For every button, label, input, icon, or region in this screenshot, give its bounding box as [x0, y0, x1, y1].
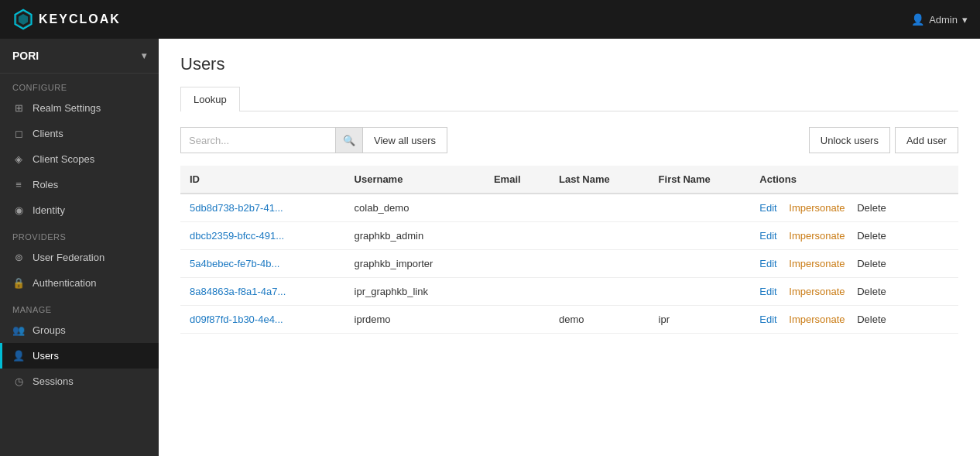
sidebar-item-users[interactable]: 👤 Users	[0, 343, 159, 369]
sidebar-item-realm-settings[interactable]: ⊞ Realm Settings	[0, 95, 159, 121]
col-first-name: First Name	[649, 166, 751, 194]
sidebar-item-user-federation[interactable]: ⊚ User Federation	[0, 245, 159, 270]
groups-icon: 👥	[12, 324, 25, 336]
action-edit-button[interactable]: Edit	[759, 314, 776, 325]
cell-username: iprdemo	[345, 306, 485, 334]
keycloak-logo-icon	[12, 9, 34, 30]
sidebar-label-authentication: Authentication	[33, 277, 96, 289]
tabs-bar: Lookup	[180, 87, 958, 111]
sidebar: PORI ▾ Configure ⊞ Realm Settings ◻ Clie…	[0, 39, 159, 456]
cell-id: 5a4bebec-fe7b-4b...	[180, 250, 345, 278]
sidebar-label-roles: Roles	[33, 179, 58, 190]
col-actions: Actions	[750, 166, 958, 194]
cell-actions: Edit Impersonate Delete	[750, 306, 958, 334]
cell-first-name	[649, 222, 751, 250]
svg-marker-1	[19, 14, 28, 25]
roles-icon: ≡	[12, 179, 25, 190]
table-row: 5a4bebec-fe7b-4b... graphkb_importer Edi…	[180, 250, 958, 278]
cell-id: 8a84863a-f8a1-4a7...	[180, 278, 345, 306]
sidebar-item-groups[interactable]: 👥 Groups	[0, 317, 159, 343]
realm-name: PORI	[12, 50, 39, 62]
cell-first-name: ipr	[649, 306, 751, 334]
action-impersonate-button[interactable]: Impersonate	[789, 314, 845, 325]
cell-username: ipr_graphkb_link	[345, 278, 485, 306]
navbar-brand: KEYCLOAK	[12, 9, 121, 30]
sidebar-item-identity[interactable]: ◉ Identity	[0, 197, 159, 223]
cell-email	[485, 194, 550, 222]
unlock-users-button[interactable]: Unlock users	[809, 127, 890, 153]
cell-actions: Edit Impersonate Delete	[750, 222, 958, 250]
col-id: ID	[180, 166, 345, 194]
cell-username: graphkb_importer	[345, 250, 485, 278]
cell-actions: Edit Impersonate Delete	[750, 250, 958, 278]
cell-email	[485, 306, 550, 334]
col-last-name: Last Name	[550, 166, 649, 194]
clients-icon: ◻	[12, 128, 25, 139]
action-edit-button[interactable]: Edit	[759, 286, 776, 297]
action-delete-button[interactable]: Delete	[857, 202, 886, 214]
sidebar-label-identity: Identity	[33, 204, 65, 216]
cell-id: dbcb2359-bfcc-491...	[180, 222, 345, 250]
action-edit-button[interactable]: Edit	[759, 230, 776, 242]
realm-settings-icon: ⊞	[12, 102, 25, 114]
sidebar-label-groups: Groups	[33, 324, 66, 336]
sidebar-label-realm-settings: Realm Settings	[33, 102, 101, 114]
tab-lookup[interactable]: Lookup	[180, 87, 240, 111]
cell-last-name: demo	[550, 306, 649, 334]
cell-last-name	[550, 250, 649, 278]
table-row: dbcb2359-bfcc-491... graphkb_admin Edit …	[180, 222, 958, 250]
user-id-link[interactable]: 5a4bebec-fe7b-4b...	[190, 258, 279, 269]
action-impersonate-button[interactable]: Impersonate	[789, 286, 845, 297]
providers-section-label: Providers	[0, 223, 159, 245]
action-delete-button[interactable]: Delete	[857, 286, 886, 297]
action-delete-button[interactable]: Delete	[857, 258, 886, 269]
sidebar-label-user-federation: User Federation	[33, 252, 105, 263]
cell-first-name	[649, 194, 751, 222]
action-delete-button[interactable]: Delete	[857, 230, 886, 242]
action-delete-button[interactable]: Delete	[857, 314, 886, 325]
user-federation-icon: ⊚	[12, 252, 25, 263]
manage-section-label: Manage	[0, 296, 159, 317]
user-icon: 👤	[911, 13, 924, 26]
search-button[interactable]: 🔍	[335, 127, 363, 153]
main-content: Users Lookup 🔍 View all users Unlock use…	[159, 39, 980, 456]
sidebar-item-roles[interactable]: ≡ Roles	[0, 172, 159, 197]
app-body: PORI ▾ Configure ⊞ Realm Settings ◻ Clie…	[0, 39, 980, 456]
sessions-icon: ◷	[12, 375, 25, 387]
cell-username: colab_demo	[345, 194, 485, 222]
navbar: KEYCLOAK 👤 Admin ▾	[0, 0, 980, 39]
user-id-link[interactable]: 8a84863a-f8a1-4a7...	[190, 286, 286, 297]
action-impersonate-button[interactable]: Impersonate	[789, 258, 845, 269]
page-title: Users	[180, 54, 958, 74]
sidebar-label-users: Users	[33, 350, 59, 362]
user-id-link[interactable]: dbcb2359-bfcc-491...	[190, 230, 284, 242]
keycloak-logo: KEYCLOAK	[12, 9, 121, 30]
add-user-button[interactable]: Add user	[895, 127, 958, 153]
configure-section-label: Configure	[0, 74, 159, 95]
table-row: d09f87fd-1b30-4e4... iprdemo demo ipr Ed…	[180, 306, 958, 334]
action-impersonate-button[interactable]: Impersonate	[789, 202, 845, 214]
sidebar-item-client-scopes[interactable]: ◈ Client Scopes	[0, 146, 159, 172]
user-id-link[interactable]: 5db8d738-b2b7-41...	[190, 202, 283, 214]
cell-email	[485, 278, 550, 306]
sidebar-item-sessions[interactable]: ◷ Sessions	[0, 369, 159, 394]
cell-first-name	[649, 250, 751, 278]
sidebar-label-client-scopes: Client Scopes	[33, 153, 94, 165]
action-edit-button[interactable]: Edit	[759, 202, 776, 214]
col-username: Username	[345, 166, 485, 194]
navbar-user-menu[interactable]: 👤 Admin ▾	[911, 13, 968, 26]
search-input[interactable]	[180, 127, 335, 153]
sidebar-item-clients[interactable]: ◻ Clients	[0, 121, 159, 146]
navbar-dropdown-icon: ▾	[962, 14, 968, 26]
cell-email	[485, 222, 550, 250]
table-header-row: ID Username Email Last Name First Name A…	[180, 166, 958, 194]
realm-selector[interactable]: PORI ▾	[0, 39, 159, 74]
action-edit-button[interactable]: Edit	[759, 258, 776, 269]
client-scopes-icon: ◈	[12, 153, 25, 165]
view-all-users-button[interactable]: View all users	[363, 127, 447, 153]
cell-username: graphkb_admin	[345, 222, 485, 250]
sidebar-item-authentication[interactable]: 🔒 Authentication	[0, 270, 159, 296]
action-impersonate-button[interactable]: Impersonate	[789, 230, 845, 242]
cell-actions: Edit Impersonate Delete	[750, 194, 958, 222]
user-id-link[interactable]: d09f87fd-1b30-4e4...	[190, 314, 283, 325]
